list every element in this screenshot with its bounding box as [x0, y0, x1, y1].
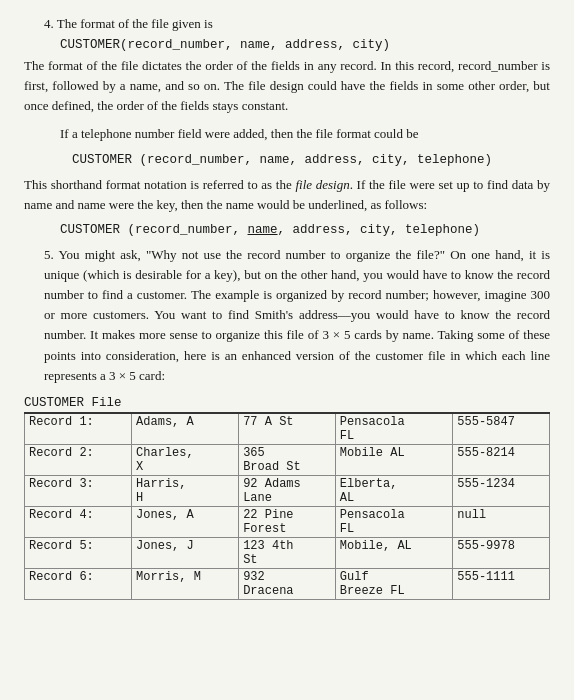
table-cell: Record 6: — [25, 568, 132, 599]
item4-format-text: CUSTOMER(record_number, name, address, c… — [60, 38, 390, 52]
para3-format-after: , address, city, telephone) — [278, 223, 481, 237]
table-row: Record 3:Harris,H92 AdamsLaneElberta,AL5… — [25, 475, 550, 506]
paragraph3: This shorthand format notation is referr… — [24, 175, 550, 215]
table-cell: 77 A St — [239, 413, 336, 445]
table-cell: 555-9978 — [453, 537, 550, 568]
page-content: 4. The format of the file given is CUSTO… — [24, 16, 550, 600]
item4-label: 4. The format of the file given is — [44, 16, 213, 31]
table-row: Record 1:Adams, A77 A StPensacolaFL555-5… — [25, 413, 550, 445]
para2-format: CUSTOMER (record_number, name, address, … — [24, 153, 550, 167]
table-cell: PensacolaFL — [335, 506, 453, 537]
para3-underline-text: name — [248, 223, 278, 237]
table-row: Record 6:Morris, M932DracenaGulfBreeze F… — [25, 568, 550, 599]
table-cell: 92 AdamsLane — [239, 475, 336, 506]
table-cell: Record 5: — [25, 537, 132, 568]
table-cell: Harris,H — [132, 475, 239, 506]
item4-format: CUSTOMER(record_number, name, address, c… — [24, 38, 550, 52]
para3-italic: file design — [295, 177, 349, 192]
table-cell: Record 4: — [25, 506, 132, 537]
table-cell: 555-5847 — [453, 413, 550, 445]
table-cell: GulfBreeze FL — [335, 568, 453, 599]
item5-text: 5. You might ask, "Why not use the recor… — [44, 247, 550, 383]
paragraph1: The format of the file dictates the orde… — [24, 56, 550, 116]
item4-heading: 4. The format of the file given is — [24, 16, 550, 32]
table-cell: Morris, M — [132, 568, 239, 599]
table-cell: 22 PineForest — [239, 506, 336, 537]
table-cell: Charles,X — [132, 444, 239, 475]
table-cell: Elberta,AL — [335, 475, 453, 506]
customer-file-header-text: CUSTOMER File — [24, 396, 122, 410]
table-cell: Jones, J — [132, 537, 239, 568]
table-cell: 365Broad St — [239, 444, 336, 475]
item5: 5. You might ask, "Why not use the recor… — [24, 245, 550, 386]
table-cell: Adams, A — [132, 413, 239, 445]
table-cell: Mobile, AL — [335, 537, 453, 568]
para1-text: The format of the file dictates the orde… — [24, 58, 550, 113]
table-cell: Record 3: — [25, 475, 132, 506]
table-row: Record 4:Jones, A22 PineForestPensacolaF… — [25, 506, 550, 537]
table-cell: 932Dracena — [239, 568, 336, 599]
para3-part1: This shorthand format notation is referr… — [24, 177, 295, 192]
table-cell: PensacolaFL — [335, 413, 453, 445]
table-cell: Record 2: — [25, 444, 132, 475]
customer-table: Record 1:Adams, A77 A StPensacolaFL555-5… — [24, 412, 550, 600]
para2-format-text: CUSTOMER (record_number, name, address, … — [72, 153, 492, 167]
table-cell: Mobile AL — [335, 444, 453, 475]
para2-prefix-text: If a telephone number field were added, … — [60, 126, 418, 141]
table-cell: Jones, A — [132, 506, 239, 537]
customer-file-header: CUSTOMER File — [24, 396, 550, 410]
para3-format-before: CUSTOMER (record_number, — [60, 223, 248, 237]
table-cell: 555-8214 — [453, 444, 550, 475]
table-cell: null — [453, 506, 550, 537]
table-cell: Record 1: — [25, 413, 132, 445]
para2-prefix: If a telephone number field were added, … — [24, 124, 550, 144]
para3-format-line: CUSTOMER (record_number, name, address, … — [24, 223, 550, 237]
table-row: Record 5:Jones, J123 4thStMobile, AL555-… — [25, 537, 550, 568]
table-cell: 555-1111 — [453, 568, 550, 599]
table-row: Record 2:Charles,X365Broad StMobile AL55… — [25, 444, 550, 475]
table-cell: 123 4thSt — [239, 537, 336, 568]
table-cell: 555-1234 — [453, 475, 550, 506]
